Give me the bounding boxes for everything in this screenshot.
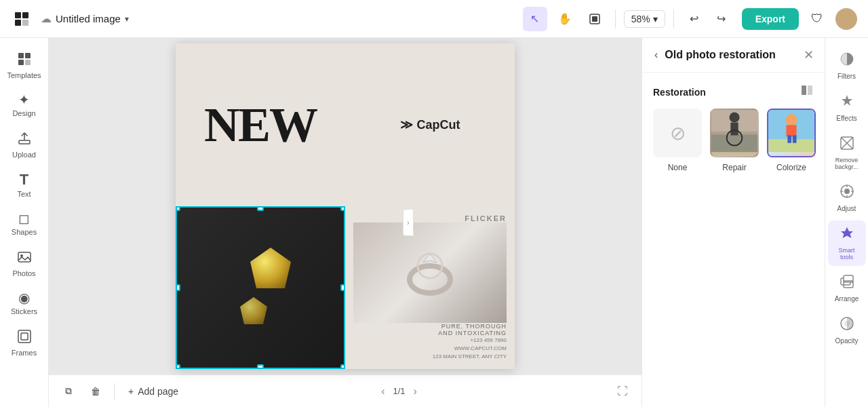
diamond-background — [177, 208, 344, 368]
handle-top-right[interactable] — [340, 206, 345, 211]
right-icon-remove-bg[interactable]: Removebackgr... — [828, 130, 866, 176]
doc-title: Untitled image — [56, 13, 121, 24]
handle-middle-left[interactable] — [176, 284, 180, 291]
sidebar-frames-label: Frames — [12, 349, 37, 357]
restoration-label: Restoration — [653, 87, 706, 98]
shield-icon[interactable]: 🛡 — [806, 7, 829, 31]
handle-bottom-center[interactable] — [257, 364, 264, 369]
title-chevron-icon[interactable]: ▾ — [125, 14, 129, 24]
handle-top-left[interactable] — [176, 206, 180, 211]
svg-rect-1 — [22, 12, 28, 18]
adjust-label: Adjust — [837, 205, 856, 212]
right-icon-adjust[interactable]: Adjust — [828, 178, 866, 218]
svg-rect-18 — [802, 85, 806, 95]
export-button[interactable]: Export — [742, 8, 799, 30]
fullscreen-button[interactable]: ⛶ — [614, 383, 631, 400]
page-next-button[interactable]: › — [411, 383, 420, 400]
svg-point-23 — [729, 112, 739, 122]
sidebar-item-photos[interactable]: Photos — [4, 244, 45, 283]
restoration-options: ⊘ None — [653, 109, 814, 172]
page-prev-button[interactable]: ‹ — [378, 383, 387, 400]
sidebar-item-frames[interactable]: Frames — [4, 324, 45, 362]
sidebar-item-templates[interactable]: Templates — [4, 46, 45, 85]
avatar[interactable] — [835, 8, 857, 30]
sidebar-templates-label: Templates — [7, 71, 41, 79]
opacity-icon — [840, 316, 854, 334]
none-icon: ⊘ — [670, 122, 686, 144]
panel-collapse-tab[interactable]: › — [403, 209, 414, 236]
sidebar-item-shapes[interactable]: ◻ Shapes — [4, 206, 45, 241]
canvas-top-right: ≫ CapCut — [345, 43, 515, 206]
compare-button[interactable] — [800, 83, 814, 100]
smart-tools-label: Smarttools — [838, 247, 854, 260]
svg-rect-11 — [18, 252, 31, 262]
undo-redo-group: ↩ ↪ — [682, 7, 734, 31]
pure-tagline: PURE, THOROUGH AND INTOXICATING — [353, 323, 507, 336]
restore-none-thumb: ⊘ — [653, 109, 702, 157]
section-restoration: Restoration — [653, 83, 814, 100]
remove-bg-icon — [840, 136, 854, 154]
effects-icon — [840, 94, 854, 112]
handle-middle-right[interactable] — [340, 284, 345, 291]
sidebar-design-label: Design — [12, 109, 35, 117]
sidebar-text-label: Text — [17, 190, 31, 198]
canvas-bottom-right: FLICKER PUR — [345, 206, 515, 369]
contact-website: WWW.CAPCUT.COM — [353, 345, 507, 353]
sidebar-item-text[interactable]: T Text — [4, 167, 45, 204]
handle-bottom-left[interactable] — [176, 364, 180, 369]
panel-back-button[interactable]: ‹ — [653, 47, 659, 62]
upload-icon — [17, 131, 32, 148]
svg-rect-9 — [25, 60, 31, 65]
right-icon-effects[interactable]: Effects — [828, 88, 866, 128]
restore-repair-thumb — [710, 109, 759, 157]
zoom-control[interactable]: 58% ▾ — [624, 10, 665, 28]
svg-point-28 — [786, 114, 797, 125]
svg-rect-13 — [18, 330, 31, 343]
handle-bottom-right[interactable] — [340, 364, 345, 369]
repair-person-visual — [711, 110, 757, 156]
frame-tool-button[interactable] — [583, 7, 607, 31]
doc-title-area: ☁ Untitled image ▾ — [41, 12, 129, 25]
panel-content: Restoration ⊘ None — [642, 73, 825, 407]
sidebar-item-stickers[interactable]: ◉ Stickers — [4, 286, 45, 321]
panel-header: ‹ Old photo restoration ✕ — [642, 38, 825, 73]
canvas-bottom-left-selected[interactable]: ⬚ ⊞ ⧉ ••• — [176, 206, 345, 369]
svg-marker-33 — [842, 95, 852, 106]
add-page-label: Add page — [138, 386, 178, 397]
sidebar-photos-label: Photos — [12, 269, 35, 277]
canvas-board[interactable]: NEW ≫ CapCut ⬚ ⊞ — [176, 43, 515, 369]
sidebar-item-upload[interactable]: Upload — [4, 125, 45, 164]
right-icon-arrange[interactable]: Arrange — [828, 269, 866, 308]
restore-repair-label: Repair — [722, 163, 746, 172]
hand-tool-button[interactable]: ✋ — [553, 7, 577, 31]
design-icon: ✦ — [18, 93, 30, 106]
restore-none-option[interactable]: ⊘ None — [653, 109, 702, 172]
toolbar-center: ↖ ✋ 58% ▾ ↩ ↪ — [523, 7, 734, 31]
add-page-icon: + — [128, 386, 134, 397]
handle-top-center[interactable] — [257, 206, 264, 211]
right-icon-opacity[interactable]: Opacity — [828, 311, 866, 350]
right-icon-smart-tools[interactable]: Smarttools — [828, 220, 866, 266]
app-logo[interactable] — [11, 8, 33, 30]
panel-close-button[interactable]: ✕ — [804, 47, 814, 62]
right-icon-filters[interactable]: Filters — [828, 46, 866, 85]
restore-colorize-option[interactable]: Colorize — [767, 109, 816, 172]
redo-button[interactable]: ↪ — [709, 7, 734, 31]
undo-button[interactable]: ↩ — [682, 7, 707, 31]
frames-icon — [17, 329, 32, 346]
ring-visual — [353, 222, 507, 323]
restore-repair-option[interactable]: Repair — [710, 109, 759, 172]
add-page-button[interactable]: + Add page — [123, 383, 184, 400]
delete-page-button[interactable]: 🗑 — [85, 383, 106, 400]
duplicate-page-button[interactable]: ⧉ — [60, 383, 77, 400]
svg-rect-31 — [793, 135, 797, 142]
select-tool-button[interactable]: ↖ — [523, 7, 547, 31]
sidebar-item-design[interactable]: ✦ Design — [4, 88, 45, 123]
canvas-container: NEW ≫ CapCut ⬚ ⊞ — [49, 38, 642, 374]
svg-point-47 — [844, 321, 850, 326]
sidebar: Templates ✦ Design Upload T Text ◻ Shape… — [0, 38, 49, 407]
photos-icon — [17, 250, 32, 267]
bottombar-divider — [114, 383, 115, 400]
panel-title: Old photo restoration — [665, 49, 798, 61]
capcut-logo-mark: ≫ — [400, 117, 413, 132]
